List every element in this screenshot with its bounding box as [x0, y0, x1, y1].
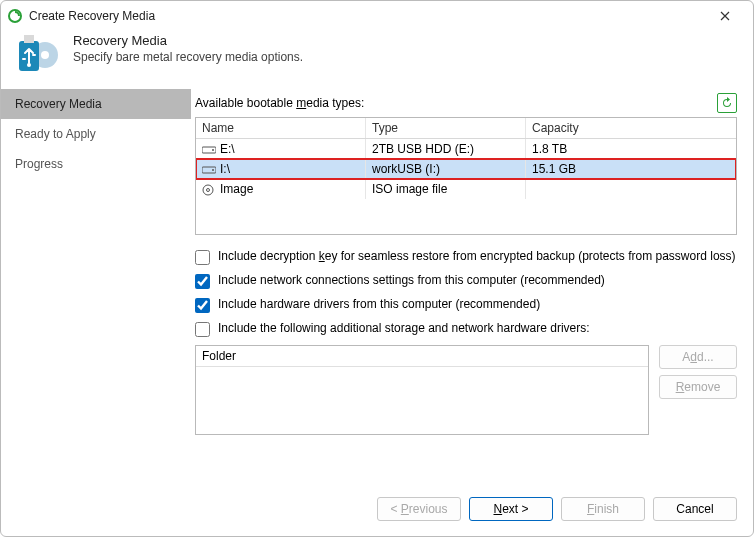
network-settings-checkbox[interactable]: Include network connections settings fro…	[195, 273, 737, 289]
decryption-key-checkbox[interactable]: Include decryption key for seamless rest…	[195, 249, 737, 265]
drive-icon	[202, 144, 216, 154]
folder-list[interactable]: Folder	[195, 345, 649, 435]
table-row[interactable]: I:\ workUSB (I:) 15.1 GB	[196, 159, 736, 179]
additional-drivers-input[interactable]	[195, 322, 210, 337]
media-types-label: Available bootable media types:	[195, 93, 737, 113]
dialog-window: Create Recovery Media Recovery Media Spe…	[0, 0, 754, 537]
folder-area: Folder Add... Remove	[195, 345, 737, 435]
folder-list-body	[196, 367, 648, 434]
sidebar-item-recovery-media[interactable]: Recovery Media	[1, 89, 191, 119]
finish-button[interactable]: Finish	[561, 497, 645, 521]
cancel-button[interactable]: Cancel	[653, 497, 737, 521]
next-button[interactable]: Next >	[469, 497, 553, 521]
header-text: Recovery Media Specify bare metal recove…	[73, 33, 303, 64]
previous-button[interactable]: < Previous	[377, 497, 461, 521]
close-button[interactable]	[703, 2, 747, 30]
sidebar: Recovery Media Ready to Apply Progress	[1, 89, 191, 490]
folder-buttons: Add... Remove	[659, 345, 737, 435]
col-type-header[interactable]: Type	[366, 118, 526, 138]
refresh-button[interactable]	[717, 93, 737, 113]
svg-point-10	[203, 185, 213, 195]
footer: < Previous Next > Finish Cancel	[1, 490, 753, 536]
svg-point-9	[212, 169, 214, 171]
svg-rect-4	[24, 35, 34, 43]
table-row[interactable]: Image ISO image file	[196, 179, 736, 199]
hardware-drivers-checkbox[interactable]: Include hardware drivers from this compu…	[195, 297, 737, 313]
usb-media-icon	[15, 33, 61, 79]
main: Available bootable media types: Name Typ…	[191, 89, 753, 490]
titlebar: Create Recovery Media	[1, 1, 753, 31]
close-icon	[720, 11, 730, 21]
media-table-header: Name Type Capacity	[196, 118, 736, 139]
table-row[interactable]: E:\ 2TB USB HDD (E:) 1.8 TB	[196, 139, 736, 159]
body: Recovery Media Ready to Apply Progress A…	[1, 89, 753, 490]
options-group: Include decryption key for seamless rest…	[195, 249, 737, 337]
app-icon	[7, 8, 23, 24]
folder-column-header: Folder	[196, 346, 648, 367]
drive-icon	[202, 164, 216, 174]
page-subtitle: Specify bare metal recovery media option…	[73, 50, 303, 64]
svg-point-7	[212, 149, 214, 151]
window-title: Create Recovery Media	[29, 9, 703, 23]
additional-drivers-checkbox[interactable]: Include the following additional storage…	[195, 321, 737, 337]
refresh-icon	[720, 96, 734, 110]
remove-folder-button[interactable]: Remove	[659, 375, 737, 399]
sidebar-item-progress[interactable]: Progress	[1, 149, 191, 179]
hardware-drivers-input[interactable]	[195, 298, 210, 313]
decryption-key-input[interactable]	[195, 250, 210, 265]
svg-point-5	[27, 63, 31, 67]
col-capacity-header[interactable]: Capacity	[526, 118, 736, 138]
add-folder-button[interactable]: Add...	[659, 345, 737, 369]
header: Recovery Media Specify bare metal recove…	[1, 31, 753, 89]
media-table: Name Type Capacity E:\ 2TB USB HDD (E:) …	[195, 117, 737, 235]
svg-point-11	[207, 189, 210, 192]
col-name-header[interactable]: Name	[196, 118, 366, 138]
sidebar-item-ready-to-apply[interactable]: Ready to Apply	[1, 119, 191, 149]
svg-point-2	[41, 51, 49, 59]
disc-icon	[202, 184, 216, 194]
page-title: Recovery Media	[73, 33, 303, 48]
network-settings-input[interactable]	[195, 274, 210, 289]
